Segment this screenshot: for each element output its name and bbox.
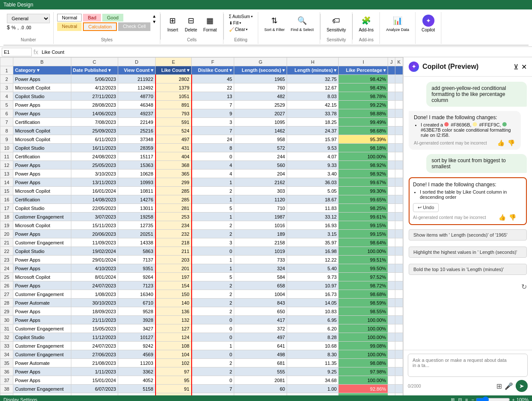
- cell-len-sec-22[interactable]: 1019: [234, 247, 287, 256]
- cell-dislikes-35[interactable]: 2: [192, 359, 234, 367]
- cell-len-min-32[interactable]: 8.28: [287, 333, 339, 342]
- cell-views-12[interactable]: 15363: [118, 161, 155, 170]
- cell-len-min-14[interactable]: 36.03: [287, 178, 339, 187]
- cell-views-29[interactable]: 9528: [118, 307, 155, 316]
- cell-like-pct-28[interactable]: 98.59%: [339, 299, 388, 307]
- cell-date-4[interactable]: 27/11/2023: [71, 92, 118, 101]
- cell-dislikes-29[interactable]: 2: [192, 307, 234, 316]
- cell-like-pct-36[interactable]: 97.98%: [339, 367, 388, 376]
- cell-len-min-10[interactable]: 9.53: [287, 144, 339, 152]
- cell-len-min-22[interactable]: 16.98: [287, 247, 339, 256]
- cell-likes-10[interactable]: 431: [156, 144, 192, 152]
- cell-category-30[interactable]: Power Apps: [13, 316, 71, 324]
- cell-like-pct-18[interactable]: 99.61%: [339, 213, 388, 221]
- cell-views-28[interactable]: 6710: [118, 299, 155, 307]
- cell-len-min-26[interactable]: 10.97: [287, 281, 339, 290]
- autosum-button[interactable]: ΣAutoSum▾: [227, 14, 254, 19]
- cell-len-sec-2[interactable]: 1965: [234, 75, 287, 83]
- cell-likes-33[interactable]: 108: [156, 342, 192, 350]
- cell-likes-19[interactable]: 234: [156, 221, 192, 230]
- cell-views-31[interactable]: 3427: [118, 324, 155, 333]
- cell-dislikes-17[interactable]: 5: [192, 204, 234, 213]
- cell-views-25[interactable]: 9264: [118, 273, 155, 281]
- cell-len-min-21[interactable]: 35.97: [287, 238, 339, 247]
- cell-date-21[interactable]: 11/09/2023: [71, 238, 118, 247]
- cell-len-sec-20[interactable]: 189: [234, 230, 287, 238]
- cell-len-sec-26[interactable]: 658: [234, 281, 287, 290]
- cell-category-9[interactable]: Microsoft Copilot: [13, 135, 71, 144]
- format-button[interactable]: ▦ Format: [201, 14, 220, 33]
- cell-date-37[interactable]: 15/01/2024: [71, 376, 118, 385]
- cell-len-min-18[interactable]: 33.12: [287, 213, 339, 221]
- th-like-pct[interactable]: Like Percentage ▾: [339, 66, 388, 75]
- cell-views-8[interactable]: 25216: [118, 126, 155, 135]
- cell-dislikes-31[interactable]: 0: [192, 324, 234, 333]
- cell-category-2[interactable]: Power Apps: [13, 75, 71, 83]
- cell-category-38[interactable]: Customer Engagement: [13, 385, 71, 393]
- cell-len-min-25[interactable]: 9.73: [287, 273, 339, 281]
- thumbup-2[interactable]: 👍: [498, 213, 507, 222]
- cell-dislikes-23[interactable]: 1: [192, 256, 234, 264]
- cell-views-23[interactable]: 7137: [118, 256, 155, 264]
- cell-likes-37[interactable]: 95: [156, 376, 192, 385]
- cell-likes-13[interactable]: 365: [156, 170, 192, 178]
- view-page-icon[interactable]: ⊟: [458, 397, 462, 401]
- cell-dislikes-30[interactable]: 0: [192, 316, 234, 324]
- cell-views-16[interactable]: 14276: [118, 195, 155, 204]
- cell-category-21[interactable]: Customer Engagement: [13, 238, 71, 247]
- cell-category-29[interactable]: Power Apps: [13, 307, 71, 316]
- cell-len-min-12[interactable]: 9.33: [287, 161, 339, 170]
- cell-like-pct-6[interactable]: 98.88%: [339, 109, 388, 118]
- cell-len-min-30[interactable]: 6.95: [287, 316, 339, 324]
- cell-date-9[interactable]: 6/11/2023: [71, 135, 118, 144]
- cell-date-27[interactable]: 1/08/2023: [71, 290, 118, 299]
- cell-category-25[interactable]: Microsoft Copilot: [13, 273, 71, 281]
- cell-len-sec-27[interactable]: 1004: [234, 290, 287, 299]
- cell-like-pct-22[interactable]: 100.00%: [339, 247, 388, 256]
- cell-len-sec-25[interactable]: 584: [234, 273, 287, 281]
- insert-button[interactable]: ⊞ Insert: [164, 14, 181, 33]
- cell-len-sec-14[interactable]: 2162: [234, 178, 287, 187]
- cell-like-pct-27[interactable]: 98.68%: [339, 290, 388, 299]
- cell-dislikes-32[interactable]: 0: [192, 333, 234, 342]
- cell-like-pct-23[interactable]: 99.51%: [339, 256, 388, 264]
- cell-category-6[interactable]: Power Apps: [13, 109, 71, 118]
- cell-like-pct-17[interactable]: 98.25%: [339, 204, 388, 213]
- col-header-i[interactable]: I: [339, 58, 388, 66]
- cell-category-22[interactable]: Copilot Studio: [13, 247, 71, 256]
- cell-like-pct-25[interactable]: 97.52%: [339, 273, 388, 281]
- copilot-input[interactable]: [408, 354, 528, 377]
- cell-like-pct-26[interactable]: 98.72%: [339, 281, 388, 290]
- cell-dislikes-9[interactable]: 24: [192, 135, 234, 144]
- cell-len-min-9[interactable]: 15.97: [287, 135, 339, 144]
- cell-dislikes-12[interactable]: 4: [192, 161, 234, 170]
- cell-date-28[interactable]: 30/10/2023: [71, 299, 118, 307]
- cell-like-pct-37[interactable]: 100.00%: [339, 376, 388, 385]
- cell-likes-24[interactable]: 201: [156, 264, 192, 273]
- cell-len-min-36[interactable]: 9.25: [287, 367, 339, 376]
- cell-dislikes-37[interactable]: 0: [192, 376, 234, 385]
- cell-category-11[interactable]: Certification: [13, 152, 71, 161]
- cell-views-30[interactable]: 3928: [118, 316, 155, 324]
- view-break-icon[interactable]: ≡: [465, 397, 468, 401]
- cell-like-pct-10[interactable]: 98.18%: [339, 144, 388, 152]
- cell-likes-18[interactable]: 253: [156, 213, 192, 221]
- cell-views-14[interactable]: 10993: [118, 178, 155, 187]
- cell-len-min-16[interactable]: 18.67: [287, 195, 339, 204]
- cell-views-20[interactable]: 20251: [118, 230, 155, 238]
- cell-likes-23[interactable]: 203: [156, 256, 192, 264]
- refresh-button[interactable]: ↻: [521, 283, 527, 291]
- cell-len-sec-31[interactable]: 372: [234, 324, 287, 333]
- cell-likes-21[interactable]: 218: [156, 238, 192, 247]
- cell-len-sec-5[interactable]: 2529: [234, 101, 287, 109]
- cell-category-12[interactable]: Power Apps: [13, 161, 71, 170]
- cell-like-pct-9[interactable]: 95.39%: [339, 135, 388, 144]
- col-header-e[interactable]: E: [156, 58, 192, 66]
- cell-dislikes-11[interactable]: 0: [192, 152, 234, 161]
- cell-dislikes-28[interactable]: 2: [192, 299, 234, 307]
- cell-likes-36[interactable]: 97: [156, 367, 192, 376]
- cell-dislikes-36[interactable]: 2: [192, 367, 234, 376]
- cell-date-34[interactable]: 27/06/2023: [71, 350, 118, 359]
- cell-date-26[interactable]: 24/07/2023: [71, 281, 118, 290]
- copilot-minimize-button[interactable]: ⊻: [514, 63, 519, 71]
